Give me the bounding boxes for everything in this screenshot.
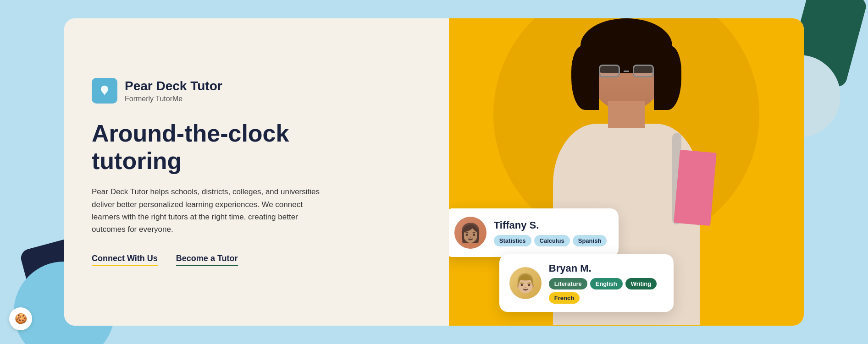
cookie-icon: 🍪: [15, 313, 27, 325]
student-head: [590, 27, 663, 110]
left-panel: Pear Deck Tutor Formerly TutorMe Around-…: [64, 18, 449, 326]
become-tutor-link[interactable]: Become a Tutor: [176, 254, 238, 266]
tutor-tags-bryan: Literature English Writing French: [549, 278, 663, 304]
tag-literature: Literature: [549, 278, 587, 289]
student-neck: [608, 101, 645, 128]
tag-spanish: Spanish: [573, 235, 607, 246]
logo-icon: [97, 83, 112, 98]
hero-description: Pear Deck Tutor helps schools, districts…: [92, 186, 330, 235]
right-panel: 👩🏽 Tiffany S. Statistics Calculus Spanis…: [449, 18, 804, 326]
tag-calculus: Calculus: [534, 235, 570, 246]
avatar-bryan: 👨🏼: [509, 267, 542, 299]
student-glasses: [599, 64, 654, 78]
tutor-card-bryan: 👨🏼 Bryan M. Literature English Writing F…: [499, 254, 674, 312]
brand-name: Pear Deck Tutor: [125, 78, 222, 94]
cookie-consent-button[interactable]: 🍪: [9, 307, 32, 330]
brand-subtitle: Formerly TutorMe: [125, 95, 222, 103]
brand-row: Pear Deck Tutor Formerly TutorMe: [92, 78, 421, 104]
tag-statistics: Statistics: [494, 235, 531, 246]
tutor-card-tiffany: 👩🏽 Tiffany S. Statistics Calculus Spanis…: [449, 208, 619, 257]
main-card: Pear Deck Tutor Formerly TutorMe Around-…: [64, 18, 804, 326]
avatar-tiffany: 👩🏽: [454, 217, 487, 249]
cta-row: Connect With Us Become a Tutor: [92, 254, 421, 266]
connect-with-us-link[interactable]: Connect With Us: [92, 254, 158, 266]
tutor-info-tiffany: Tiffany S. Statistics Calculus Spanish: [494, 219, 608, 246]
brand-logo: [92, 78, 117, 104]
tutor-name-bryan: Bryan M.: [549, 262, 663, 274]
tag-french: French: [549, 292, 580, 304]
pink-book: [674, 150, 717, 226]
tag-writing: Writing: [625, 278, 657, 289]
tutor-name-tiffany: Tiffany S.: [494, 219, 608, 231]
tutor-info-bryan: Bryan M. Literature English Writing Fren…: [549, 262, 663, 304]
tag-english: English: [590, 278, 623, 289]
hero-headline: Around-the-clock tutoring: [92, 120, 421, 175]
brand-text: Pear Deck Tutor Formerly TutorMe: [125, 78, 222, 103]
tutor-tags-tiffany: Statistics Calculus Spanish: [494, 235, 608, 246]
